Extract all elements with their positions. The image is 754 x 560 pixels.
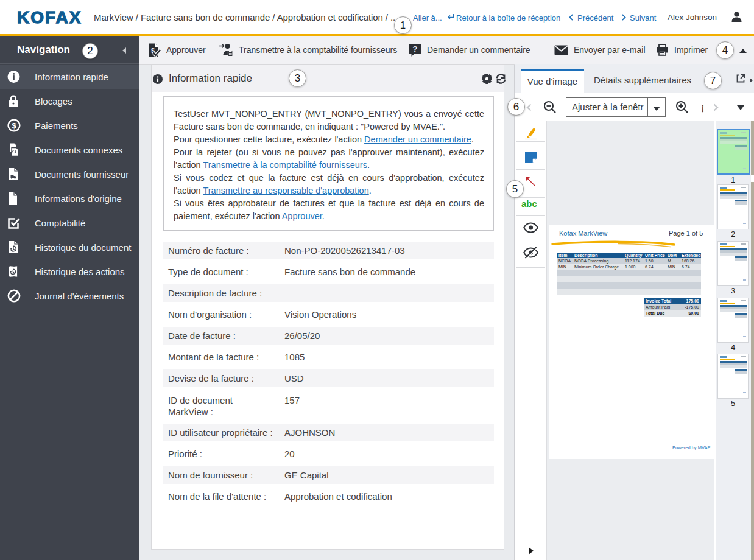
svg-text:?: ?	[413, 44, 418, 54]
svg-text:$: $	[12, 121, 16, 130]
